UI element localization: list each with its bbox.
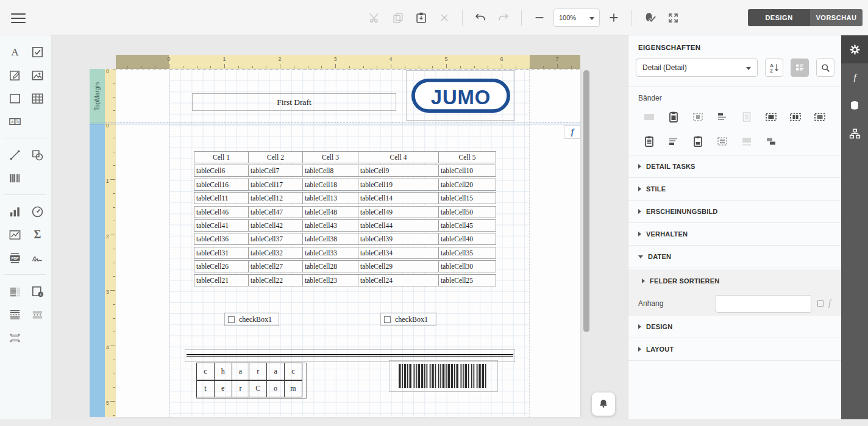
band-clipboard-icon[interactable] (661, 105, 686, 129)
anhang-checkbox-icon[interactable] (817, 300, 824, 307)
tool-summary-sigma-icon[interactable]: Σ (26, 223, 49, 246)
tool-line-icon[interactable] (4, 143, 26, 166)
table-cell[interactable]: tableCell37 (248, 233, 303, 245)
fullscreen-icon[interactable] (664, 9, 682, 27)
band-group-header-icon[interactable] (710, 105, 735, 129)
comb-cell[interactable]: C (249, 380, 267, 398)
table-cell[interactable]: tableCell13 (302, 192, 358, 204)
band-group-footer-icon[interactable] (661, 129, 686, 154)
checkbox-icon[interactable] (228, 316, 235, 323)
table-cell[interactable]: tableCell42 (248, 219, 303, 232)
horizontal-scrollbar-track[interactable] (0, 419, 868, 426)
paste-icon[interactable] (412, 9, 430, 27)
rail-database-icon[interactable] (841, 91, 868, 119)
table-cell[interactable]: tableCell8 (302, 165, 358, 177)
table-cell[interactable]: tableCell46 (194, 206, 249, 218)
tool-label-icon[interactable]: A (4, 40, 26, 63)
table-cell[interactable]: tableCell10 (438, 165, 496, 177)
search-properties-button[interactable] (816, 59, 834, 77)
report-title-textbox[interactable]: First Draft (192, 93, 396, 111)
table-cell[interactable]: tableCell49 (358, 206, 439, 218)
table-header-cell[interactable]: Cell 4 (358, 151, 439, 163)
table-header-cell[interactable]: Cell 3 (302, 151, 358, 163)
table-cell[interactable]: tableCell28 (302, 260, 358, 272)
comb-cell[interactable]: h (214, 363, 232, 380)
table-cell[interactable]: tableCell23 (302, 274, 358, 286)
rail-function-f-icon[interactable]: f (841, 63, 868, 91)
band-clipboard2-icon[interactable] (686, 129, 710, 154)
section-daten[interactable]: DATEN (628, 246, 842, 268)
tool-pdf-content-icon[interactable]: PDF (4, 246, 26, 269)
undo-icon[interactable] (471, 9, 489, 27)
menu-icon[interactable] (11, 10, 26, 25)
comb-cell[interactable]: c (284, 363, 302, 380)
object-selector[interactable]: Detail (Detail) (636, 59, 758, 77)
comb-cell[interactable]: o (266, 380, 285, 398)
zoom-out-icon[interactable] (530, 9, 549, 27)
tool-checkbox-icon[interactable] (26, 40, 49, 63)
section-layout[interactable]: LAYOUT (628, 338, 842, 361)
table-header-cell[interactable]: Cell 5 (438, 151, 496, 163)
table-cell[interactable]: tableCell43 (302, 219, 358, 232)
section-stile[interactable]: STILE (628, 178, 842, 201)
section-design[interactable]: DESIGN (628, 316, 842, 338)
character-comb-element[interactable]: characterCom (196, 363, 307, 399)
band-frame-solid-icon[interactable] (759, 105, 783, 129)
delete-icon[interactable] (435, 9, 454, 27)
band-frame-solid2-icon[interactable] (808, 105, 832, 129)
notifications-button[interactable] (592, 392, 615, 416)
table-cell[interactable]: tableCell18 (302, 179, 358, 191)
table-cell[interactable]: tableCell27 (248, 260, 303, 272)
comb-cell[interactable]: a (232, 363, 250, 380)
tool-signature-icon[interactable] (26, 246, 49, 269)
table-cell[interactable]: tableCell20 (438, 179, 496, 191)
tool-band-split-icon[interactable] (26, 303, 49, 326)
band-strip-detail[interactable] (90, 124, 105, 417)
table-cell[interactable]: tableCell32 (248, 247, 303, 259)
copy-icon[interactable] (389, 9, 407, 27)
tool-shape-icon[interactable] (26, 143, 49, 166)
tool-chart-icon[interactable] (4, 200, 26, 223)
comb-cell[interactable]: a (266, 363, 285, 380)
comb-cell[interactable]: e (214, 380, 232, 398)
comb-cell[interactable]: c (196, 363, 215, 380)
table-cell[interactable]: tableCell22 (248, 274, 303, 286)
table-cell[interactable]: tableCell25 (438, 274, 496, 286)
table-header-cell[interactable]: Cell 1 (194, 151, 249, 163)
tool-panel-icon[interactable] (4, 87, 26, 110)
section-felder-sortieren[interactable]: FELDER SORTIEREN (628, 269, 842, 292)
table-cell[interactable]: tableCell9 (358, 165, 439, 177)
table-cell[interactable]: tableCell41 (194, 219, 249, 232)
table-cell[interactable]: tableCell29 (358, 260, 439, 272)
band-dashed-icon[interactable] (686, 105, 710, 129)
tool-barcode-icon[interactable] (4, 166, 26, 190)
table-cell[interactable]: tableCell16 (194, 179, 249, 191)
comb-cell[interactable]: m (284, 380, 302, 398)
logo-image-element[interactable]: JUMO (406, 70, 515, 121)
table-cell[interactable]: tableCell39 (358, 233, 439, 245)
table-cell[interactable]: tableCell15 (438, 192, 496, 204)
checkbox-element-2[interactable]: checkBox1 (380, 313, 436, 326)
table-cell[interactable]: tableCell38 (302, 233, 358, 245)
tool-richtext-icon[interactable] (4, 63, 26, 87)
rail-hierarchy-icon[interactable] (841, 119, 868, 147)
tool-table-of-contents-icon[interactable] (4, 280, 26, 303)
anhang-input[interactable] (716, 295, 811, 313)
table-cell[interactable]: tableCell24 (358, 274, 439, 286)
table-cell[interactable]: tableCell7 (248, 165, 303, 177)
category-view-button[interactable] (791, 59, 809, 77)
table-cell[interactable]: tableCell14 (358, 192, 439, 204)
tool-page-info-icon[interactable]: i (26, 280, 49, 303)
tool-character-comb-icon[interactable]: ab (4, 110, 26, 133)
band-frame-stripe-icon[interactable] (783, 105, 808, 129)
band-dashed2-icon[interactable] (710, 129, 735, 154)
comb-cell[interactable]: r (232, 380, 250, 398)
table-cell[interactable]: tableCell26 (194, 260, 249, 272)
tool-band-collection-icon[interactable] (4, 326, 26, 349)
tool-page-break-icon[interactable] (4, 303, 26, 326)
tool-table-icon[interactable] (26, 87, 49, 110)
table-cell[interactable]: tableCell35 (438, 247, 496, 259)
section-erscheinungsbild[interactable]: ERSCHEINUNGSBILD (628, 201, 842, 223)
barcode-element[interactable] (389, 360, 498, 392)
validate-icon[interactable] (641, 9, 659, 27)
